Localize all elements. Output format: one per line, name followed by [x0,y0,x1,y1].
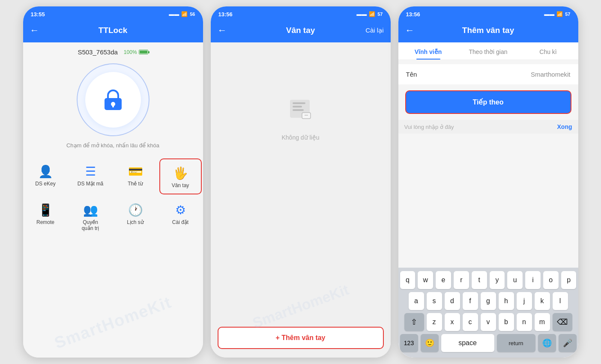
key-h[interactable]: h [499,292,514,310]
status-bar-3: 13:56 ▬▬ 📶 57 [398,6,578,20]
key-d[interactable]: d [445,292,460,310]
time-2: 13:56 [218,11,233,18]
keyboard-hint-row: Vui lòng nhập ở đây Xong [398,120,578,134]
menu-item-ds-ekey[interactable]: 👤 DS eKey [23,157,68,196]
quyen-quan-tri-icon: 👥 [83,203,98,217]
tab-vinh-vien-label: Vĩnh viễn [415,48,442,55]
tab-vinh-vien[interactable]: Vĩnh viễn [398,42,458,60]
kb-row-1: q w e r t y u i o p [400,271,577,289]
key-g[interactable]: g [481,292,496,310]
key-i[interactable]: i [525,271,541,289]
space-key[interactable]: space [441,334,494,352]
shift-key[interactable]: ⇧ [404,313,424,331]
key-y[interactable]: y [490,271,505,289]
done-button[interactable]: Xong [557,123,572,130]
key-z[interactable]: z [427,313,442,331]
key-m[interactable]: m [535,313,550,331]
key-c[interactable]: c [463,313,478,331]
next-button-label: Tiếp theo [473,98,504,106]
key-w[interactable]: w [418,271,433,289]
menu-item-ds-mat-ma[interactable]: ☰ DS Mật mã [68,157,113,196]
battery-icon-2: 57 [377,12,383,17]
lock-circle-outer[interactable] [77,63,150,136]
key-o[interactable]: o [543,271,559,289]
kb-row-4: 123 🙂 space return 🌐 🎤 [400,334,577,352]
num-key[interactable]: 123 [400,334,418,352]
battery-display: 100% [124,49,148,55]
next-button[interactable]: Tiếp theo [405,90,571,114]
key-f[interactable]: f [463,292,478,310]
phone-screen3: 13:56 ▬▬ 📶 57 ← Thêm vân tay Vĩnh viễn T… [398,6,578,358]
key-t[interactable]: t [472,271,487,289]
battery-icon-1: 56 [190,12,195,17]
globe-key[interactable]: 🌐 [538,334,556,352]
signal-icon: ▬▬ [169,11,179,17]
unlock-hint: Chạm để mở khóa, nhấn lâu để khóa [66,142,159,149]
app-header-2: ← Vân tay Cài lại [211,20,391,42]
key-a[interactable]: a [409,292,424,310]
tab-theo-thoi-gian-label: Theo thời gian [469,48,508,55]
key-r[interactable]: r [454,271,469,289]
signal-icon-3: ▬▬ [544,11,554,17]
menu-item-quyen-quan-tri[interactable]: 👥 Quyềnquản trị [68,196,113,237]
app-header-1: ← TTLock [23,20,203,42]
return-key[interactable]: return [497,334,535,352]
back-button-3[interactable]: ← [405,25,415,36]
menu-item-van-tay[interactable]: 🖐 Vân tay [159,158,202,194]
header-title-1: TTLock [99,26,128,35]
name-row: Tên Smarthomekit [398,64,578,84]
mic-key[interactable]: 🎤 [559,334,577,352]
menu-label-the-tu: Thẻ từ [128,181,143,187]
menu-label-ds-ekey: DS eKey [35,181,55,187]
phone-screen1: 13:55 ▬▬ 📶 56 ← TTLock S503_7653da 100% [23,6,203,358]
menu-item-lich-su[interactable]: 🕐 Lịch sử [113,196,158,237]
key-p[interactable]: p [561,271,577,289]
menu-item-cai-dat[interactable]: ⚙ Cài đặt [158,196,203,237]
back-button-1[interactable]: ← [30,25,39,36]
name-value: Smarthomekit [531,71,571,78]
tab-chu-ki[interactable]: Chu kì [518,42,578,60]
ds-ekey-icon: 👤 [38,164,53,179]
status-bar-1: 13:55 ▬▬ 📶 56 [23,6,203,20]
delete-key[interactable]: ⌫ [553,313,572,331]
key-l[interactable]: l [553,292,568,310]
watermark-2: SmartHomeKit [250,281,351,331]
key-v[interactable]: v [481,313,496,331]
key-s[interactable]: s [427,292,442,310]
menu-label-cai-dat: Cài đặt [172,219,188,225]
key-n[interactable]: n [517,313,532,331]
menu-item-remote[interactable]: 📱 Remote [23,196,68,237]
emoji-key[interactable]: 🙂 [421,334,439,352]
svg-rect-2 [112,105,114,107]
key-q[interactable]: q [400,271,416,289]
key-x[interactable]: x [445,313,460,331]
battery-pct: 100% [124,49,137,55]
battery-rect [139,50,148,54]
reset-button[interactable]: Cài lại [365,27,383,34]
tabs-row: Vĩnh viễn Theo thời gian Chu kì [398,42,578,60]
screen3-body: Vĩnh viễn Theo thời gian Chu kì Tên Smar… [398,42,578,358]
time-1: 13:55 [31,11,45,18]
screen2-body: Không dữ liệu + Thêm vân tay SmartHomeKi… [211,42,391,358]
ds-mat-ma-icon: ☰ [85,164,96,179]
time-3: 13:56 [406,11,420,18]
key-k[interactable]: k [535,292,550,310]
key-b[interactable]: b [499,313,514,331]
menu-label-quyen-quan-tri: Quyềnquản trị [82,219,99,231]
app-header-3: ← Thêm vân tay [398,20,578,42]
tab-chu-ki-label: Chu kì [539,48,556,55]
menu-item-the-tu[interactable]: 💳 Thẻ từ [113,157,158,196]
keyboard: q w e r t y u i o p a s d f g h j k [398,268,578,358]
key-e[interactable]: e [436,271,451,289]
add-fingerprint-button[interactable]: + Thêm vân tay [218,327,384,349]
device-info: S503_7653da 100% [78,48,148,56]
header-title-2: Vân tay [286,26,315,35]
watermark-1: SmartHomeKit [52,293,174,352]
key-j[interactable]: j [517,292,532,310]
tab-theo-thoi-gian[interactable]: Theo thời gian [458,42,518,60]
back-button-2[interactable]: ← [218,25,227,36]
wifi-icon-2: 📶 [369,11,375,17]
empty-state: Không dữ liệu [281,94,319,141]
device-name: S503_7653da [78,48,117,56]
key-u[interactable]: u [507,271,523,289]
